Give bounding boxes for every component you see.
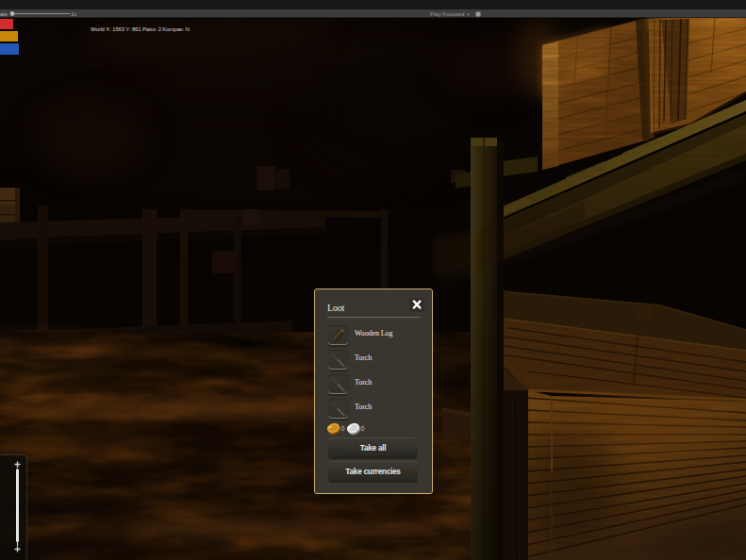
svg-text:0: 0 <box>341 425 345 432</box>
svg-text:0: 0 <box>361 425 365 432</box>
